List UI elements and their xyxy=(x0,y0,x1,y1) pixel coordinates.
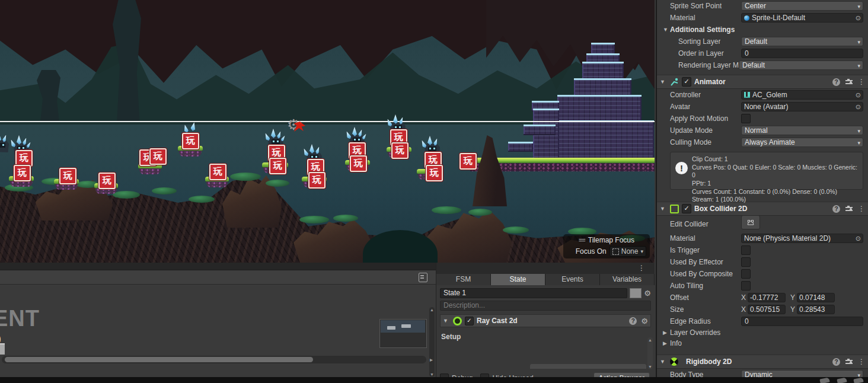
rigidbody-component-header[interactable]: ▼ Rigidbody 2D ? ⋮ xyxy=(657,355,868,369)
foldout-icon[interactable]: ▶ xyxy=(663,330,670,336)
update-mode-row: Update Mode Normal▾ xyxy=(657,125,868,136)
state-name-input[interactable]: State 1 xyxy=(440,288,627,298)
edge-radius-input[interactable]: 0 xyxy=(741,317,863,326)
sign-sprite[interactable]: 玩 xyxy=(149,148,167,165)
size-y-input[interactable]: 0.28543 xyxy=(797,305,835,314)
kebab-menu-icon[interactable]: ⋮ xyxy=(858,358,865,366)
sorting-layer-dropdown[interactable]: Default▾ xyxy=(741,37,863,46)
object-picker-icon[interactable]: ⊙ xyxy=(856,91,861,99)
presets-icon[interactable] xyxy=(845,206,853,212)
fsm-graph-panel[interactable]: ENT ) ▲ ▼ ▸ xyxy=(0,263,436,377)
animator-component-header[interactable]: ▼ ✓ Animator ? ⋮ xyxy=(657,75,868,89)
sprite-sort-point-dropdown[interactable]: Center▾ xyxy=(741,1,863,11)
action-header[interactable]: ▼ ✓ Ray Cast 2d ? ⚙ xyxy=(440,314,651,327)
graph-vertical-scrollbar[interactable]: ▲ ▼ xyxy=(429,307,435,376)
scroll-down-icon[interactable]: ▼ xyxy=(430,372,434,376)
object-picker-icon[interactable]: ⊙ xyxy=(856,14,861,22)
help-icon[interactable]: ? xyxy=(629,317,637,325)
graph-header xyxy=(0,270,436,285)
kebab-menu-icon[interactable]: ⋮ xyxy=(858,205,865,213)
field-label: Offset xyxy=(670,293,689,302)
gear-icon[interactable]: ⚙ xyxy=(644,289,651,298)
help-icon[interactable]: ? xyxy=(832,358,840,366)
scroll-right-icon[interactable]: ▸ xyxy=(430,356,433,363)
graph-horizontal-scrollbar[interactable] xyxy=(2,356,426,363)
foldout-icon[interactable]: ▼ xyxy=(663,27,670,33)
help-icon[interactable]: ? xyxy=(832,205,840,213)
material-object-field[interactable]: Sprite-Lit-Default⊙ xyxy=(741,13,863,23)
sign-sprite[interactable]: 玩 xyxy=(391,142,409,159)
scrollbar-thumb[interactable] xyxy=(5,357,313,362)
sign-sprite[interactable]: 玩 xyxy=(459,153,477,170)
edit-collider-button[interactable] xyxy=(741,215,760,229)
kebab-menu-icon[interactable]: ⋮ xyxy=(638,264,645,272)
tab-fsm[interactable]: FSM xyxy=(436,274,491,285)
offset-x-input[interactable]: -0.17772 xyxy=(748,293,786,302)
auto-tiling-checkbox[interactable] xyxy=(741,281,751,291)
sign-sprite[interactable]: 玩 xyxy=(59,168,76,184)
golem-sprite[interactable] xyxy=(0,135,11,153)
drag-handle-icon[interactable]: == xyxy=(579,237,585,244)
scroll-up-icon[interactable]: ▲ xyxy=(430,308,434,312)
avatar-object-field[interactable]: None (Avatar)⊙ xyxy=(741,102,863,111)
component-enabled-checkbox[interactable]: ✓ xyxy=(682,77,691,87)
field-label: Order in Layer xyxy=(678,49,724,58)
state-description-input[interactable]: Description... xyxy=(440,301,651,311)
component-enabled-checkbox[interactable]: ✓ xyxy=(682,204,691,213)
foldout-icon[interactable]: ▼ xyxy=(660,79,667,85)
tilemap-focus-overlay[interactable]: == Tilemap Focus Focus On None ▾ xyxy=(563,234,650,258)
action-scrollbar[interactable]: ▲ ▼ xyxy=(647,337,653,369)
focus-on-dropdown[interactable]: None ▾ xyxy=(609,246,646,257)
kebab-menu-icon[interactable]: ⋮ xyxy=(858,78,865,86)
layer-overrides-foldout[interactable]: ▶ Layer Overrides xyxy=(657,327,868,338)
action-checkbox[interactable]: ✓ xyxy=(465,317,474,325)
foldout-icon[interactable]: ▼ xyxy=(443,318,450,324)
graph-minimap[interactable] xyxy=(379,319,427,348)
scene-view[interactable]: 玩 玩 玩 玩 玩 玩 玩 玩 玩 玩 玩 玩 玩 玩 玩 玩 玩 玩 玩 ⚙ … xyxy=(0,0,655,264)
sign-sprite[interactable]: 玩 xyxy=(350,155,367,172)
size-x-input[interactable]: 0.507515 xyxy=(748,305,786,314)
presets-icon[interactable] xyxy=(845,79,853,85)
used-by-effector-checkbox[interactable] xyxy=(741,257,751,267)
additional-settings-foldout[interactable]: ▼ Additional Settings xyxy=(657,24,868,36)
sign-sprite[interactable]: 玩 xyxy=(15,150,33,167)
tab-variables[interactable]: Variables xyxy=(600,274,655,285)
presets-icon[interactable] xyxy=(845,359,853,365)
partial-field[interactable] xyxy=(530,364,646,369)
physics-material-object-field[interactable]: None (Physics Material 2D)⊙ xyxy=(741,234,863,243)
tab-events[interactable]: Events xyxy=(545,274,600,285)
order-in-layer-input[interactable]: 0 xyxy=(741,49,863,58)
sign-sprite[interactable]: 玩 xyxy=(308,172,326,189)
foldout-icon[interactable]: ▼ xyxy=(660,359,667,365)
sign-sprite[interactable]: 玩 xyxy=(269,158,286,174)
sign-sprite[interactable]: 玩 xyxy=(209,164,226,180)
sign-sprite[interactable]: 玩 xyxy=(182,133,199,149)
state-color-swatch[interactable] xyxy=(630,288,642,298)
info-foldout[interactable]: ▶ Info xyxy=(657,338,868,349)
is-trigger-row: Is Trigger xyxy=(657,244,868,256)
graph-settings-icon[interactable] xyxy=(419,273,427,282)
object-picker-icon[interactable]: ⊙ xyxy=(856,234,861,242)
sign-sprite[interactable]: 玩 xyxy=(98,173,116,189)
sign-sprite[interactable]: 玩 xyxy=(426,165,443,181)
foldout-icon[interactable]: ▶ xyxy=(663,340,670,346)
object-picker-icon[interactable]: ⊙ xyxy=(856,103,861,111)
tab-state[interactable]: State xyxy=(491,274,545,285)
rendering-layer-dropdown[interactable]: Default▾ xyxy=(739,60,863,70)
gear-icon[interactable]: ⚙ xyxy=(641,317,648,325)
used-by-composite-checkbox[interactable] xyxy=(741,269,751,279)
culling-mode-dropdown[interactable]: Always Animate▾ xyxy=(741,138,863,147)
update-mode-dropdown[interactable]: Normal▾ xyxy=(741,126,863,135)
scroll-up-icon[interactable]: ▲ xyxy=(648,338,652,342)
sign-sprite[interactable]: 玩 xyxy=(14,165,31,181)
section-label: Layer Overrides xyxy=(670,328,720,337)
partial-node[interactable] xyxy=(0,343,5,355)
is-trigger-checkbox[interactable] xyxy=(741,245,751,255)
help-icon[interactable]: ? xyxy=(832,78,840,86)
edit-collider-row: Edit Collider xyxy=(657,216,868,232)
offset-y-input[interactable]: 0.07148 xyxy=(797,293,835,302)
apply-root-motion-checkbox[interactable] xyxy=(741,114,751,123)
controller-object-field[interactable]: AC_Golem⊙ xyxy=(741,90,863,100)
scroll-down-icon[interactable]: ▼ xyxy=(648,365,652,369)
foldout-icon[interactable]: ▼ xyxy=(660,206,667,212)
